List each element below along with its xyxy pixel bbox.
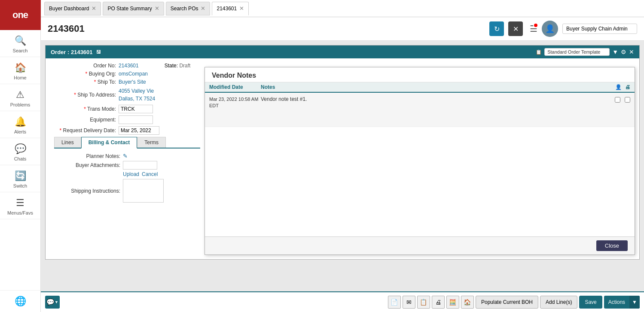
warning-icon: ⚠: [16, 89, 24, 100]
trans-mode-input[interactable]: [119, 105, 153, 113]
buyer-attachments-input[interactable]: [123, 161, 157, 170]
template-icon: 📋: [536, 49, 542, 55]
notification-badge: [533, 23, 538, 28]
order-header-icon: 🖫: [96, 49, 101, 55]
col-header-notes: Notes: [261, 84, 615, 90]
vendor-notes-title: Vendor Notes: [205, 67, 635, 82]
app-logo[interactable]: one: [0, 0, 41, 30]
populate-boh-button[interactable]: Populate Current BOH: [476, 296, 538, 309]
buyer-attachments-label: Buyer Attachments:: [54, 162, 123, 168]
ship-to-address-value: 4055 Valley Vie Dallas, TX 7524: [119, 87, 155, 103]
sidebar-item-label: Problems: [10, 102, 30, 107]
tab-close-2143601[interactable]: ✕: [239, 6, 244, 11]
template-select[interactable]: Standard Order Template: [544, 48, 610, 56]
buying-org-value[interactable]: omsCompan: [119, 71, 148, 77]
toolbar-print-button[interactable]: 🖨: [432, 296, 445, 309]
col-header-date: Modified Date: [209, 84, 261, 90]
equipment-input[interactable]: [119, 115, 153, 124]
order-header-right: 📋 Standard Order Template ▼ ⚙ ✕: [536, 48, 634, 56]
note-checkboxes: [615, 97, 630, 103]
sidebar: one 🔍 Search 🏠 Home ⚠ Problems 🔔 Alerts …: [0, 0, 41, 312]
toolbar-msg-button[interactable]: ✉: [403, 296, 415, 309]
sidebar-item-search[interactable]: 🔍 Search: [0, 30, 40, 57]
tab-po-state-summary[interactable]: PO State Summary ✕: [103, 2, 164, 15]
trans-mode-row: Trans Mode:: [50, 105, 204, 113]
tab-lines[interactable]: Lines: [54, 137, 81, 148]
toolbar-copy-button[interactable]: 📋: [417, 296, 430, 309]
sidebar-item-globe[interactable]: 🌐: [0, 290, 40, 312]
order-title: Order : 2143601: [51, 49, 93, 55]
order-form-tabs: Lines Billing & Contact Terms: [54, 137, 200, 148]
chat-btn-arrow: ▼: [55, 300, 58, 304]
form-tab-content: Planner Notes: ✎ Buyer Attachments: Uplo…: [50, 153, 204, 203]
order-settings-button[interactable]: ⚙: [621, 48, 626, 55]
tab-2143601[interactable]: 2143601 ✕: [212, 2, 249, 15]
add-lines-button[interactable]: Add Line(s): [540, 296, 577, 309]
buying-org-label: Buying Org:: [50, 71, 119, 77]
toolbar-doc-button[interactable]: 📄: [388, 296, 401, 309]
order-close-button[interactable]: ✕: [629, 48, 634, 55]
close-button[interactable]: ✕: [508, 21, 523, 36]
bottom-toolbar: 💬 ▼ 📄 ✉ 📋 🖨 🧮 🏠 Populate Current BOH Add…: [41, 291, 644, 312]
search-icon: 🔍: [15, 35, 26, 46]
edit-planner-notes-icon[interactable]: ✎: [123, 153, 128, 159]
tab-label: Search POs: [171, 6, 198, 12]
tab-label: Buyer Dashboard: [49, 6, 89, 12]
trans-mode-label: Trans Mode:: [50, 106, 119, 112]
refresh-button[interactable]: ↻: [489, 21, 504, 36]
buying-org-row: Buying Org: omsCompan: [50, 71, 204, 77]
switch-icon: 🔄: [15, 170, 26, 182]
vendor-note-row: Mar 23, 2022 10:58 AM EDT Vendor note te…: [205, 93, 635, 127]
upload-link[interactable]: Upload: [123, 171, 139, 177]
tab-close-search-pos[interactable]: ✕: [201, 6, 205, 11]
tab-close-buyer-dashboard[interactable]: ✕: [92, 6, 96, 11]
sidebar-item-problems[interactable]: ⚠ Problems: [0, 84, 40, 111]
save-button[interactable]: Save: [579, 296, 602, 309]
user-role-select[interactable]: Buyer Supply Chain Admin: [562, 24, 637, 34]
tab-billing-contact[interactable]: Billing & Contact: [81, 137, 137, 148]
state-row: State: Draft: [165, 63, 204, 69]
tab-buyer-dashboard[interactable]: Buyer Dashboard ✕: [44, 2, 101, 15]
sidebar-item-switch[interactable]: 🔄 Switch: [0, 165, 40, 192]
ship-to-address-label: Ship To Address:: [50, 92, 119, 98]
request-delivery-row: Request Delivery Date:: [50, 126, 204, 135]
order-no-value[interactable]: 2143601: [119, 63, 139, 69]
sidebar-item-label: Search: [13, 48, 28, 53]
cancel-link[interactable]: Cancel: [142, 171, 158, 177]
col-header-icons: 👤 🖨: [615, 84, 630, 90]
vendor-notes-dialog: Vendor Notes Modified Date Notes 👤 🖨 Mar…: [204, 67, 635, 255]
globe-icon: 🌐: [15, 296, 26, 307]
note-checkbox-2[interactable]: [625, 97, 630, 103]
print-header-icon[interactable]: 🖨: [625, 84, 630, 90]
shipping-instructions-input[interactable]: [123, 179, 164, 203]
add-person-icon[interactable]: 👤: [615, 84, 622, 90]
vendor-notes-close-button[interactable]: Close: [596, 240, 628, 251]
vendor-notes-table-header: Modified Date Notes 👤 🖨: [205, 82, 635, 93]
note-checkbox-1[interactable]: [615, 97, 620, 103]
order-no-label: Order No:: [50, 63, 119, 69]
buyer-attachments-row: Buyer Attachments:: [54, 161, 200, 170]
tab-search-pos[interactable]: Search POs ✕: [166, 2, 211, 15]
sidebar-item-alerts[interactable]: 🔔 Alerts: [0, 111, 40, 138]
tab-terms[interactable]: Terms: [137, 137, 166, 148]
content-area: Order : 2143601 🖫 📋 Standard Order Templ…: [41, 41, 644, 291]
toolbar-calc-button[interactable]: 🧮: [446, 296, 459, 309]
tab-label: 2143601: [217, 6, 237, 12]
order-no-row: Order No: 2143601 State: Draft: [50, 63, 204, 69]
ship-to-value[interactable]: Buyer's Site: [119, 79, 146, 85]
actions-button[interactable]: Actions ▼: [604, 296, 640, 309]
vendor-notes-footer: Close: [205, 236, 635, 254]
chat-button[interactable]: 💬 ▼: [45, 296, 60, 309]
toolbar-home-button[interactable]: 🏠: [461, 296, 474, 309]
tab-close-po-state-summary[interactable]: ✕: [155, 6, 159, 11]
vendor-notes-table-body: Mar 23, 2022 10:58 AM EDT Vendor note te…: [205, 93, 635, 236]
sidebar-item-home[interactable]: 🏠 Home: [0, 57, 40, 84]
request-delivery-input[interactable]: [119, 126, 159, 135]
order-options-button[interactable]: ▼: [612, 48, 618, 55]
sidebar-item-menus[interactable]: ☰ Menus/Favs: [0, 192, 40, 219]
page-title: 2143601: [48, 23, 485, 34]
sidebar-item-chats[interactable]: 💬 Chats: [0, 138, 40, 165]
order-panel-header: Order : 2143601 🖫 📋 Standard Order Templ…: [46, 45, 639, 58]
sidebar-item-label: Home: [14, 75, 26, 80]
ship-to-row: Ship To: Buyer's Site: [50, 79, 204, 85]
